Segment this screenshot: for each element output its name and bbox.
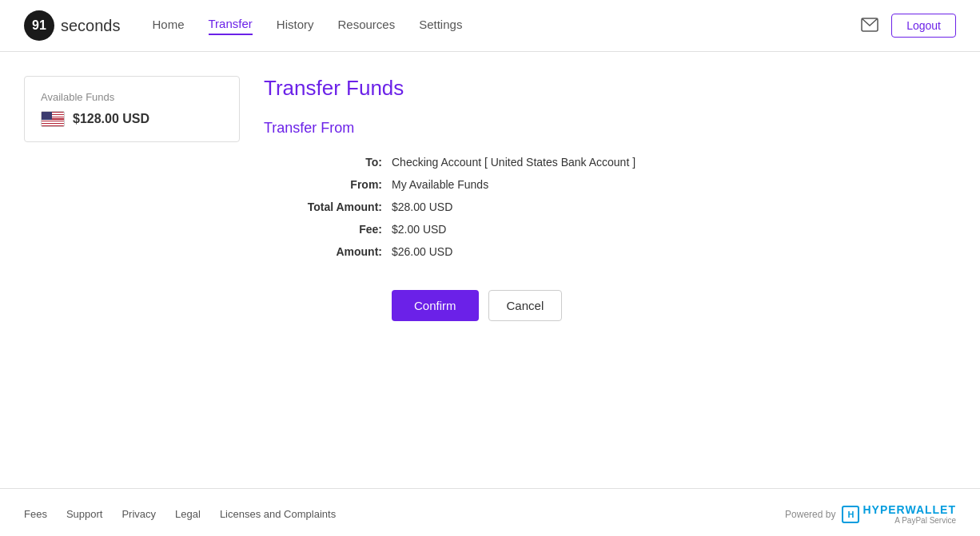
hw-brand: HYPERWALLET A PayPal Service bbox=[862, 503, 956, 525]
nav-resources[interactable]: Resources bbox=[337, 18, 395, 34]
hw-box-icon: H bbox=[842, 506, 859, 523]
footer-licenses[interactable]: Licenses and Complaints bbox=[220, 508, 336, 520]
hw-name: HYPERWALLET bbox=[862, 503, 956, 516]
fund-item: $128.00 USD bbox=[41, 111, 223, 127]
available-funds-card: Available Funds $128.00 USD bbox=[24, 76, 240, 142]
main-layout: Available Funds $128.00 USD Transfer Fun… bbox=[0, 52, 980, 488]
to-value: Checking Account [ United States Bank Ac… bbox=[392, 156, 635, 169]
total-amount-value: $28.00 USD bbox=[392, 201, 452, 213]
nav-transfer[interactable]: Transfer bbox=[209, 17, 253, 35]
hw-letter: H bbox=[847, 510, 854, 519]
footer-support[interactable]: Support bbox=[66, 508, 103, 520]
logo[interactable]: 91 seconds bbox=[24, 10, 121, 41]
powered-by-text: Powered by bbox=[785, 509, 835, 520]
button-row: Confirm Cancel bbox=[392, 290, 956, 321]
detail-row-from: From: My Available Funds bbox=[280, 178, 956, 191]
footer-legal[interactable]: Legal bbox=[175, 508, 201, 520]
amount-label: Amount: bbox=[280, 245, 392, 258]
confirm-button[interactable]: Confirm bbox=[392, 290, 479, 321]
content-area: Transfer Funds Transfer From To: Checkin… bbox=[264, 76, 956, 464]
footer-fees[interactable]: Fees bbox=[24, 508, 47, 520]
from-label: From: bbox=[280, 178, 392, 191]
hw-sub: A PayPal Service bbox=[862, 516, 956, 525]
header-right: Logout bbox=[861, 14, 956, 38]
fund-amount: $128.00 USD bbox=[73, 112, 149, 126]
detail-row-total-amount: Total Amount: $28.00 USD bbox=[280, 201, 956, 213]
fee-label: Fee: bbox=[280, 223, 392, 236]
footer-links: Fees Support Privacy Legal Licenses and … bbox=[24, 508, 336, 520]
from-value: My Available Funds bbox=[392, 178, 488, 191]
logo-text: seconds bbox=[61, 17, 121, 35]
detail-row-to: To: Checking Account [ United States Ban… bbox=[280, 156, 956, 169]
transfer-details: To: Checking Account [ United States Ban… bbox=[280, 156, 956, 258]
us-flag-icon bbox=[41, 111, 65, 127]
footer: Fees Support Privacy Legal Licenses and … bbox=[0, 488, 980, 536]
logo-number: 91 bbox=[32, 18, 46, 33]
amount-value: $26.00 USD bbox=[392, 245, 452, 258]
logo-circle: 91 bbox=[24, 10, 54, 41]
cancel-button[interactable]: Cancel bbox=[488, 290, 563, 321]
page-title: Transfer Funds bbox=[264, 76, 956, 101]
powered-by: Powered by H HYPERWALLET A PayPal Servic… bbox=[785, 503, 956, 525]
nav-settings[interactable]: Settings bbox=[419, 18, 462, 34]
nav-history[interactable]: History bbox=[277, 18, 314, 34]
header: 91 seconds Home Transfer History Resourc… bbox=[0, 0, 980, 52]
hyperwallet-logo: H HYPERWALLET A PayPal Service bbox=[842, 503, 956, 525]
to-label: To: bbox=[280, 156, 392, 169]
section-title: Transfer From bbox=[264, 120, 956, 137]
available-funds-label: Available Funds bbox=[41, 91, 223, 103]
main-nav: Home Transfer History Resources Settings bbox=[153, 17, 463, 35]
nav-home[interactable]: Home bbox=[153, 18, 185, 34]
detail-row-amount: Amount: $26.00 USD bbox=[280, 245, 956, 258]
detail-row-fee: Fee: $2.00 USD bbox=[280, 223, 956, 236]
total-amount-label: Total Amount: bbox=[280, 201, 392, 213]
mail-icon[interactable] bbox=[861, 18, 878, 34]
sidebar: Available Funds $128.00 USD bbox=[24, 76, 240, 464]
header-left: 91 seconds Home Transfer History Resourc… bbox=[24, 10, 462, 41]
footer-privacy[interactable]: Privacy bbox=[122, 508, 156, 520]
logout-button[interactable]: Logout bbox=[891, 14, 956, 38]
fee-value: $2.00 USD bbox=[392, 223, 446, 236]
